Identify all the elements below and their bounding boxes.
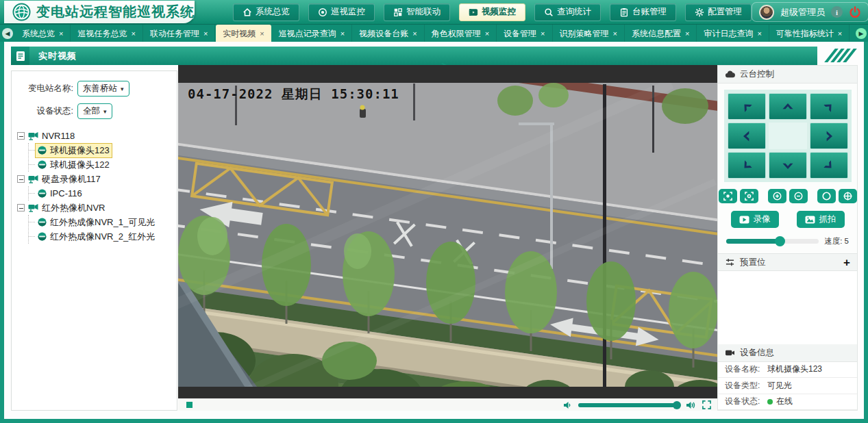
volume-slider[interactable]	[578, 403, 680, 407]
titlebar-stripes	[830, 49, 852, 62]
ptz-down-button[interactable]	[769, 152, 807, 179]
tab-item[interactable]: 基本定义管理 ×	[850, 25, 856, 42]
tab-item[interactable]: 识别策略管理 ×	[553, 25, 625, 42]
tree-camera-item[interactable]: 红外热成像NVR_2_红外光	[29, 229, 177, 244]
speed-slider-handle[interactable]	[775, 236, 785, 246]
ptz-up-button[interactable]	[769, 93, 807, 120]
ptz-up-right-button[interactable]	[810, 93, 848, 120]
add-preset-button[interactable]: +	[843, 257, 850, 268]
tab-close-icon[interactable]: ×	[685, 29, 689, 38]
snapshot-button[interactable]: 抓拍	[797, 211, 845, 228]
info-icon[interactable]: i	[831, 6, 843, 18]
clipboard-icon	[619, 8, 629, 17]
user-box: 超级管理员 i	[752, 2, 868, 22]
tab-close-icon[interactable]: ×	[203, 29, 208, 38]
tab-close-icon[interactable]: ×	[412, 29, 417, 38]
tab-item[interactable]: 系统总览 ×	[15, 25, 71, 42]
tab-item[interactable]: 审计日志查询 ×	[697, 25, 769, 42]
focus-near-button[interactable]	[719, 189, 737, 203]
tab-item[interactable]: 可靠性指标统计 ×	[769, 25, 850, 42]
zoom-in-button[interactable]	[768, 189, 786, 203]
control-panel: 云台控制	[717, 65, 858, 411]
iris-open-button[interactable]	[817, 189, 836, 203]
gear-icon	[695, 8, 704, 17]
ptz-up-left-button[interactable]	[728, 93, 766, 120]
tab-close-icon[interactable]: ×	[757, 29, 761, 38]
stop-button[interactable]	[186, 402, 193, 408]
preset-tune-icon	[725, 258, 735, 267]
dome-camera-icon	[38, 146, 47, 155]
volume-high-icon[interactable]	[686, 401, 696, 409]
tab-item[interactable]: 视频设备台账 ×	[352, 25, 424, 42]
tab-item[interactable]: 实时视频 ×	[216, 25, 271, 42]
nav-smart-linkage[interactable]: 智能联动	[384, 3, 450, 21]
volume-low-icon[interactable]	[563, 401, 572, 409]
ptz-center-cell	[769, 123, 807, 149]
tree-camera-item[interactable]: 球机摄像头122	[29, 157, 177, 172]
tab-item[interactable]: 巡视点记录查询 ×	[272, 25, 352, 42]
chevron-down-icon: ▾	[121, 86, 124, 92]
speed-slider[interactable]	[726, 239, 819, 244]
nvr-camera-icon	[28, 131, 38, 140]
dome-camera-icon	[38, 232, 47, 241]
nav-query-statistics[interactable]: 查询统计	[534, 3, 601, 21]
tab-item[interactable]: 角色权限管理 ×	[425, 25, 497, 42]
tab-scroll-right-icon[interactable]: ▶	[856, 28, 867, 39]
device-info-row: 设备名称: 球机摄像头123	[718, 362, 857, 379]
volume-slider-handle[interactable]	[673, 401, 681, 409]
tree-collapse-icon[interactable]	[17, 204, 25, 212]
tab-item[interactable]: 联动任务管理 ×	[143, 25, 215, 42]
tree-group-row[interactable]: 红外热像机NVR	[17, 201, 177, 215]
dome-camera-icon	[38, 189, 47, 198]
tab-close-icon[interactable]: ×	[59, 29, 63, 38]
zoom-out-button[interactable]	[789, 189, 808, 203]
tab-close-icon[interactable]: ×	[131, 29, 135, 38]
tree-camera-item[interactable]: IPC-116	[29, 186, 177, 201]
user-avatar[interactable]	[759, 5, 774, 20]
iris-close-button[interactable]	[839, 189, 857, 203]
device-panel: 变电站名称: 东善桥站 ▾ 设备状态: 全部 ▾ NVR118	[11, 70, 177, 411]
station-select[interactable]: 东善桥站 ▾	[77, 81, 129, 97]
tab-close-icon[interactable]: ×	[838, 29, 842, 38]
tab-strip: 系统总览 × 巡视任务总览 × 联动任务管理 × 实时视频 × 巡视点记录查询 …	[15, 25, 856, 42]
tab-close-icon[interactable]: ×	[541, 29, 545, 38]
search-icon	[544, 8, 554, 17]
tree-camera-item[interactable]: 球机摄像头123	[29, 143, 177, 157]
nav-system-overview[interactable]: 系统总览	[233, 3, 299, 21]
device-tree: NVR118 球机摄像头123 球机摄像头122 硬盘录像机117	[17, 129, 177, 244]
camera-icon	[725, 348, 735, 357]
tree-group-row[interactable]: 硬盘录像机117	[17, 172, 177, 186]
ptz-down-right-button[interactable]	[810, 152, 848, 179]
logout-power-icon[interactable]	[849, 6, 861, 18]
device-info-rows: 设备名称: 球机摄像头123 设备类型: 可见光 设备状态: 在线	[718, 362, 857, 411]
ptz-down-left-button[interactable]	[728, 152, 766, 179]
tab-item[interactable]: 系统信息配置 ×	[625, 25, 697, 42]
fullscreen-icon[interactable]	[702, 400, 711, 409]
video-stream[interactable]: 04-17-2022 星期日 15:30:11	[178, 65, 719, 398]
focus-far-button[interactable]	[740, 189, 758, 203]
ptz-pad	[718, 84, 857, 186]
speed-label: 速度: 5	[824, 236, 849, 246]
tab-close-icon[interactable]: ×	[613, 29, 617, 38]
nav-ledger-management[interactable]: 台账管理	[610, 3, 676, 21]
tab-close-icon[interactable]: ×	[260, 29, 264, 38]
tree-camera-item[interactable]: 红外热成像NVR_1_可见光	[29, 215, 177, 229]
app-header: 变电站远程智能巡视系统 系统总览 巡视监控 智能联动 视频监控 查询统计	[0, 0, 868, 24]
device-info-row: 设备类型: 可见光	[718, 378, 857, 394]
document-icon	[11, 47, 29, 65]
nav-config-management[interactable]: 配置管理	[685, 3, 752, 21]
tab-item[interactable]: 设备管理 ×	[497, 25, 552, 42]
record-button[interactable]: 录像	[731, 211, 779, 228]
tree-group-row[interactable]: NVR118	[17, 129, 177, 143]
status-select[interactable]: 全部 ▾	[77, 103, 112, 119]
ptz-right-button[interactable]	[810, 123, 848, 149]
tab-scroll-left-icon[interactable]: ◀	[2, 28, 13, 39]
tab-close-icon[interactable]: ×	[485, 29, 489, 38]
tree-collapse-icon[interactable]	[17, 175, 25, 183]
tree-collapse-icon[interactable]	[17, 132, 25, 140]
tab-item[interactable]: 巡视任务总览 ×	[71, 25, 142, 42]
ptz-left-button[interactable]	[728, 123, 766, 149]
nav-inspection-monitor[interactable]: 巡视监控	[308, 3, 375, 21]
nav-video-monitor[interactable]: 视频监控	[459, 3, 525, 21]
tab-close-icon[interactable]: ×	[340, 29, 345, 38]
